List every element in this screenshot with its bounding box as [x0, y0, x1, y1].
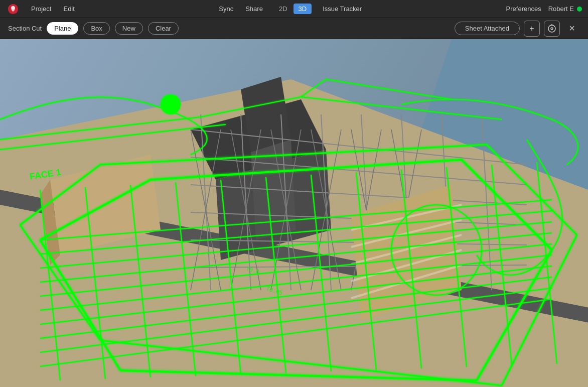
plane-button[interactable]: Plane — [47, 22, 78, 35]
svg-point-2 — [551, 28, 553, 30]
menu-project[interactable]: Project — [26, 3, 56, 15]
app-logo — [6, 2, 20, 16]
menu-bar: Project Edit Sync Share 2D 3D Issue Trac… — [0, 0, 588, 18]
view-toggle: 2D 3D — [274, 4, 312, 14]
menu-sync[interactable]: Sync — [214, 3, 238, 15]
view-3d-button[interactable]: 3D — [293, 4, 312, 14]
menu-share[interactable]: Share — [240, 3, 268, 15]
menu-edit[interactable]: Edit — [58, 3, 79, 15]
menu-issue-tracker[interactable]: Issue Tracker — [318, 3, 367, 15]
add-button[interactable]: + — [524, 21, 540, 37]
sheet-attached-button[interactable]: Sheet Attached — [455, 22, 520, 35]
online-status-icon — [577, 7, 582, 12]
svg-point-1 — [548, 25, 555, 32]
menu-preferences[interactable]: Preferences — [501, 3, 546, 15]
box-button[interactable]: Box — [83, 22, 109, 35]
view-2d-button[interactable]: 2D — [274, 4, 292, 14]
section-cut-toolbar: Section Cut Plane Box New Clear Sheet At… — [0, 18, 588, 39]
user-area: Robert E — [548, 5, 582, 13]
viewport[interactable] — [0, 39, 588, 387]
close-button[interactable]: × — [564, 21, 580, 37]
new-button[interactable]: New — [115, 22, 143, 35]
user-name: Robert E — [548, 5, 574, 13]
scene-canvas — [0, 39, 588, 387]
section-cut-label: Section Cut — [8, 25, 42, 32]
toolbar-right: Sheet Attached + × — [455, 21, 580, 37]
pin-button[interactable] — [544, 21, 560, 37]
clear-button[interactable]: Clear — [148, 22, 179, 35]
